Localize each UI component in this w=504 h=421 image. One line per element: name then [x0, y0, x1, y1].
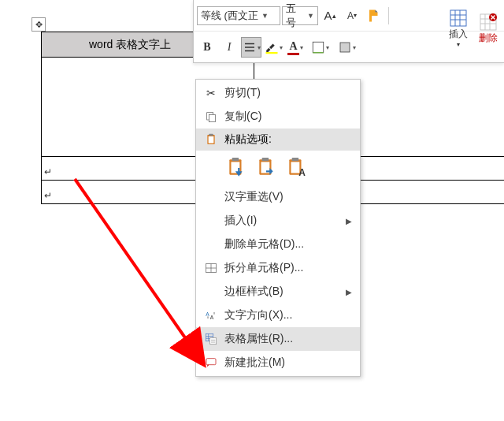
svg-text:A: A [210, 315, 214, 320]
svg-rect-7 [209, 114, 215, 121]
menu-delete-cells[interactable]: 删除单元格(D)... [196, 233, 360, 256]
menu-split-cells[interactable]: 拆分单元格(P)... [196, 256, 360, 280]
svg-rect-9 [209, 134, 213, 136]
submenu-arrow-icon: ▶ [346, 288, 352, 296]
shading-button[interactable]: ▾ [334, 37, 359, 58]
scissors-icon: ✂ [201, 87, 221, 99]
svg-rect-18 [292, 158, 299, 161]
insert-button[interactable]: 插入▾ [444, 5, 472, 52]
font-color-button[interactable]: A▾ [285, 37, 306, 58]
submenu-arrow-icon: ▶ [346, 217, 352, 225]
menu-border-style[interactable]: 边框样式(B) ▶ [196, 280, 360, 304]
menu-paste-header: 粘贴选项: [196, 129, 360, 151]
svg-rect-2 [340, 43, 350, 52]
copy-icon [201, 110, 221, 123]
svg-rect-3 [450, 10, 466, 26]
text-direction-icon: AA [201, 309, 221, 322]
menu-insert[interactable]: 插入(I) ▶ [196, 209, 360, 233]
svg-rect-15 [262, 158, 269, 161]
bold-button[interactable]: B [197, 37, 217, 58]
decrease-font-button[interactable]: A▾ [342, 6, 362, 26]
menu-reconvert[interactable]: 汉字重选(V) [196, 185, 360, 209]
mini-toolbar: 等线 (西文正▼ 五号▼ A▴ A▾ B I ▾ ▾ A▾ ▾ ▾ 插入▾ [193, 0, 504, 63]
comment-icon [201, 356, 221, 369]
menu-new-comment[interactable]: 新建批注(M) [196, 351, 360, 374]
svg-rect-25 [210, 338, 217, 345]
highlight-button[interactable]: ▾ [263, 37, 284, 58]
paste-options-row: A [196, 151, 360, 185]
split-cells-icon [201, 262, 221, 274]
menu-copy[interactable]: 复制(C) [196, 105, 360, 129]
italic-button[interactable]: I [219, 37, 239, 58]
menu-cut[interactable]: ✂ 剪切(T) [196, 81, 360, 105]
cell-mark: ↵ [44, 190, 52, 201]
svg-text:A: A [298, 167, 306, 178]
table-move-handle[interactable]: ✥ [32, 17, 46, 32]
paste-keep-source[interactable] [224, 156, 248, 180]
delete-button[interactable]: 删除 [474, 5, 502, 52]
svg-rect-0 [265, 52, 277, 54]
svg-rect-26 [206, 359, 216, 365]
context-menu: ✂ 剪切(T) 复制(C) 粘贴选项: A 汉字重选(V) 插入(I) ▶ [195, 79, 361, 377]
font-combo[interactable]: 等线 (西文正▼ [197, 6, 280, 25]
cell-mark: ↵ [44, 166, 52, 177]
menu-table-properties[interactable]: 表格属性(R)... [196, 327, 360, 351]
paste-merge[interactable] [254, 156, 278, 180]
clipboard-icon [201, 133, 221, 146]
svg-text:A: A [206, 311, 209, 317]
font-size-combo[interactable]: 五号▼ [282, 6, 318, 25]
table-properties-icon [201, 333, 221, 345]
increase-font-button[interactable]: A▴ [320, 6, 340, 26]
align-button[interactable]: ▾ [241, 37, 261, 58]
svg-rect-10 [209, 136, 214, 143]
menu-text-direction[interactable]: AA 文字方向(X)... [196, 304, 360, 327]
border-button[interactable]: ▾ [307, 37, 332, 58]
svg-rect-12 [232, 158, 239, 161]
svg-rect-1 [313, 42, 324, 53]
format-painter-button[interactable] [364, 6, 384, 26]
paste-text-only[interactable]: A [284, 156, 308, 180]
